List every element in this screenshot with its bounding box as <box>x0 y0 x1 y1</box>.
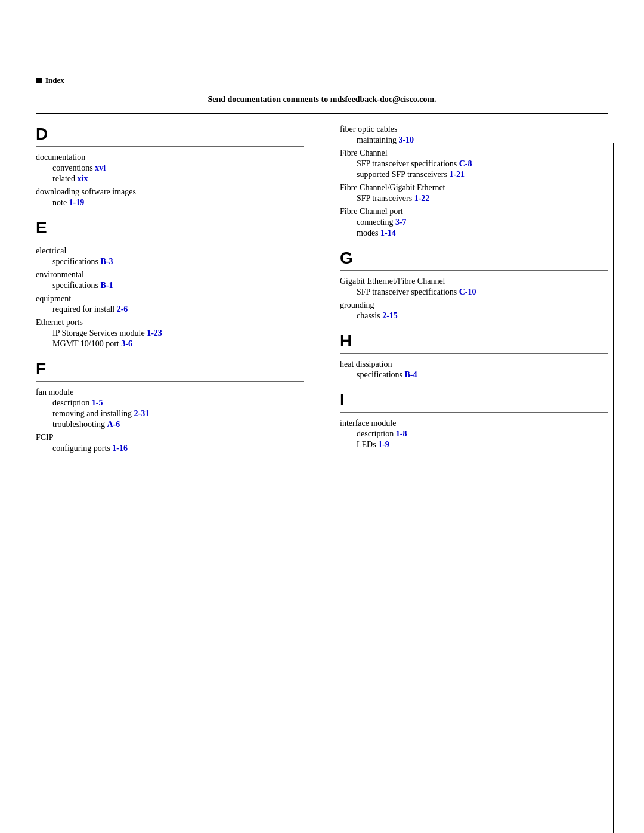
entry-fibre-gige: Fibre Channel/Gigabit Ethernet <box>340 183 608 193</box>
section-g-divider <box>340 270 608 271</box>
link-1-22[interactable]: 1-22 <box>414 194 430 203</box>
link-2-15[interactable]: 2-15 <box>382 311 398 320</box>
link-xix[interactable]: xix <box>78 174 88 183</box>
entry-conventions: conventions xvi <box>36 163 304 173</box>
link-1-19[interactable]: 1-19 <box>69 198 85 207</box>
link-1-9[interactable]: 1-9 <box>378 440 389 449</box>
entry-modes: modes 1-14 <box>340 228 608 238</box>
page: Index Send documentation comments to mds… <box>0 72 644 833</box>
section-d-divider <box>36 146 304 147</box>
link-xvi[interactable]: xvi <box>95 163 106 172</box>
entry-mgmt: MGMT 10/100 port 3-6 <box>36 339 304 349</box>
entry-note: note 1-19 <box>36 198 304 208</box>
link-3-6[interactable]: 3-6 <box>121 339 132 348</box>
section-i-divider <box>340 412 608 413</box>
index-label: Index <box>45 76 64 85</box>
vertical-rule <box>613 143 614 833</box>
header-square-icon <box>36 78 42 83</box>
entry-fibre-port: Fibre Channel port <box>340 207 608 216</box>
link-B-1[interactable]: B-1 <box>100 281 113 290</box>
entry-interface-module: interface module <box>340 419 608 428</box>
entry-maintaining: maintaining 3-10 <box>340 135 608 145</box>
link-3-10[interactable]: 3-10 <box>398 135 414 144</box>
entry-related: related xix <box>36 174 304 184</box>
link-1-14[interactable]: 1-14 <box>380 228 396 237</box>
link-3-7[interactable]: 3-7 <box>395 218 407 227</box>
entry-interface-desc: description 1-8 <box>340 429 608 439</box>
entry-supported-sfp: supported SFP transceivers 1-21 <box>340 170 608 179</box>
link-1-8[interactable]: 1-8 <box>396 429 407 438</box>
entry-leds: LEDs 1-9 <box>340 440 608 450</box>
entry-grounding: grounding <box>340 301 608 310</box>
entry-equipment: equipment <box>36 294 304 304</box>
link-C-10[interactable]: C-10 <box>459 287 476 296</box>
section-g-letter: G <box>340 249 608 268</box>
entry-chassis: chassis 2-15 <box>340 311 608 321</box>
header-index: Index <box>36 76 64 85</box>
link-C-8[interactable]: C-8 <box>459 159 472 168</box>
entry-sfp-c10: SFP transceiver specifications C-10 <box>340 287 608 297</box>
entry-removing: removing and installing 2-31 <box>36 409 304 419</box>
link-1-5[interactable]: 1-5 <box>92 398 103 407</box>
entry-downloading: downloading software images <box>36 187 304 197</box>
entry-gigabit-ethernet: Gigabit Ethernet/Fibre Channel <box>340 277 608 286</box>
entry-heat-spec: specifications B-4 <box>340 370 608 380</box>
doc-comment: Send documentation comments to mdsfeedba… <box>0 89 644 113</box>
entry-fibre-channel: Fibre Channel <box>340 148 608 158</box>
entry-fiber-optic: fiber optic cables <box>340 125 608 134</box>
entry-ip-storage: IP Storage Services module 1-23 <box>36 329 304 338</box>
entry-documentation: documentation <box>36 153 304 162</box>
entry-elec-spec: specifications B-3 <box>36 257 304 267</box>
section-i-letter: I <box>340 391 608 410</box>
link-1-16[interactable]: 1-16 <box>112 444 128 453</box>
entry-connecting: connecting 3-7 <box>340 218 608 227</box>
entry-fan-desc: description 1-5 <box>36 398 304 408</box>
link-B-4[interactable]: B-4 <box>404 370 417 379</box>
entry-ethernet-ports: Ethernet ports <box>36 318 304 327</box>
section-h-divider <box>340 353 608 354</box>
entry-sfp-transceivers-1-22: SFP transceivers 1-22 <box>340 194 608 203</box>
entry-configuring: configuring ports 1-16 <box>36 444 304 453</box>
left-column: D documentation conventions xvi related … <box>36 114 322 454</box>
right-column: fiber optic cables maintaining 3-10 Fibr… <box>322 114 608 454</box>
section-h-letter: H <box>340 332 608 351</box>
entry-sfp-transceiver-c8: SFP transceiver specifications C-8 <box>340 159 608 169</box>
section-e-letter: E <box>36 218 304 237</box>
content-area: D documentation conventions xvi related … <box>0 114 644 454</box>
link-1-23[interactable]: 1-23 <box>147 329 162 337</box>
entry-env-spec: specifications B-1 <box>36 281 304 290</box>
link-A-6[interactable]: A-6 <box>107 420 120 429</box>
entry-electrical: electrical <box>36 246 304 256</box>
header-row: Index <box>0 72 644 89</box>
section-e-divider <box>36 240 304 240</box>
link-1-21[interactable]: 1-21 <box>449 170 465 179</box>
entry-environmental: environmental <box>36 270 304 280</box>
section-f-divider <box>36 381 304 382</box>
section-d-letter: D <box>36 125 304 144</box>
link-2-31[interactable]: 2-31 <box>134 409 149 418</box>
section-f-letter: F <box>36 360 304 379</box>
link-2-6[interactable]: 2-6 <box>117 305 128 314</box>
entry-heat: heat dissipation <box>340 360 608 369</box>
entry-troubleshooting: troubleshooting A-6 <box>36 420 304 429</box>
entry-required: required for install 2-6 <box>36 305 304 314</box>
entry-fan-module: fan module <box>36 388 304 397</box>
entry-fcip: FCIP <box>36 433 304 442</box>
link-B-3[interactable]: B-3 <box>100 257 113 266</box>
